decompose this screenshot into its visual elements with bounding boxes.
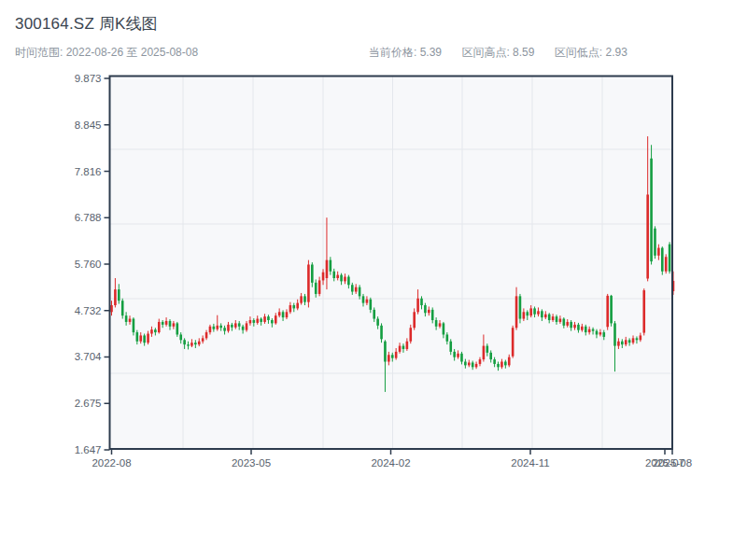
y-axis: 9.8738.8457.8166.7885.7604.7323.7042.675… [75, 73, 110, 455]
x-tick-label: 2023-05 [232, 457, 271, 469]
y-tick-label: 6.788 [75, 212, 102, 223]
y-tick-label: 3.704 [75, 351, 102, 362]
plot-area [110, 77, 673, 450]
y-tick-label: 7.816 [75, 166, 102, 177]
y-tick-label: 2.675 [75, 398, 102, 409]
y-tick-label: 4.732 [75, 305, 102, 316]
y-tick-label: 1.647 [75, 444, 102, 455]
kline-chart: 9.8738.8457.8166.7885.7604.7323.7042.675… [0, 0, 747, 560]
x-tick-label: 2025-08 [653, 457, 692, 469]
kline-page: 300164.SZ 周K线图 时间范围: 2022-08-26 至 2025-0… [0, 0, 747, 560]
x-axis: 2022-082023-052024-022024-112025-072025-… [92, 449, 692, 469]
x-tick-label: 2024-02 [371, 457, 410, 469]
x-tick-label: 2022-08 [92, 457, 131, 469]
y-tick-label: 9.873 [75, 73, 102, 84]
x-tick-label: 2024-11 [511, 457, 549, 469]
y-tick-label: 5.760 [75, 259, 102, 270]
y-tick-label: 8.845 [75, 119, 102, 131]
